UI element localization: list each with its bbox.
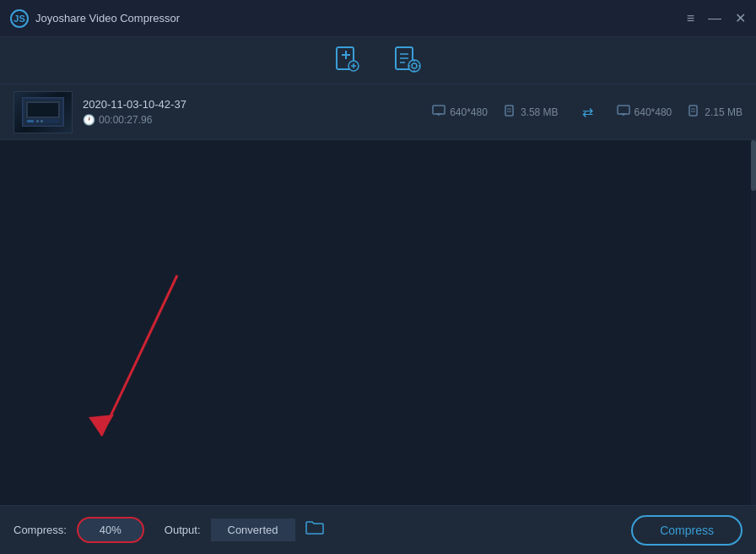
- svg-marker-37: [89, 415, 114, 436]
- compress-value[interactable]: 40%: [77, 517, 144, 543]
- file-list-icon: [394, 46, 421, 76]
- file-name: 2020-11-03-10-42-37: [83, 98, 432, 111]
- source-resolution: 640*480: [450, 106, 488, 118]
- svg-rect-21: [36, 120, 39, 122]
- svg-rect-33: [689, 106, 697, 116]
- svg-rect-27: [505, 106, 513, 116]
- output-size: 2.15 MB: [705, 106, 742, 118]
- scrollbar-thumb[interactable]: [751, 140, 756, 191]
- annotation-arrow: [51, 267, 219, 470]
- compress-button[interactable]: Compress: [631, 515, 742, 546]
- compress-label: Compress:: [14, 524, 67, 536]
- output-resolution-item: 640*480: [617, 105, 672, 119]
- add-file-button[interactable]: [335, 46, 360, 76]
- window-controls: ≡ — ✕: [687, 12, 746, 25]
- title-bar: JS Joyoshare Video Compressor ≡ — ✕: [0, 0, 756, 37]
- svg-line-36: [101, 275, 177, 436]
- svg-rect-20: [27, 120, 34, 122]
- close-button[interactable]: ✕: [735, 12, 746, 25]
- clock-icon: 🕐: [83, 114, 95, 126]
- add-file-icon: [335, 46, 360, 76]
- main-content: [0, 140, 756, 512]
- file-meta: 640*480 3.58 MB ⇄ 640*480: [432, 104, 742, 120]
- toolbar: [0, 37, 756, 84]
- file-list-button[interactable]: [394, 46, 421, 76]
- file-size-icon: [505, 105, 516, 119]
- open-folder-button[interactable]: [305, 520, 324, 540]
- file-duration: 🕐 00:00:27.96: [83, 114, 432, 126]
- scrollbar-track[interactable]: [751, 140, 756, 512]
- output-size-item: 2.15 MB: [688, 105, 742, 119]
- app-title: Joyoshare Video Compressor: [35, 12, 687, 24]
- output-monitor-icon: [617, 105, 630, 119]
- source-size-item: 3.58 MB: [505, 105, 559, 119]
- svg-rect-30: [618, 106, 629, 114]
- svg-rect-24: [433, 106, 445, 114]
- menu-button[interactable]: ≡: [687, 12, 694, 25]
- output-resolution: 640*480: [634, 106, 672, 118]
- svg-rect-22: [40, 120, 43, 122]
- monitor-icon: [432, 105, 446, 119]
- bottom-bar: Compress: 40% Output: Converted Compress: [0, 505, 756, 554]
- file-thumbnail: [14, 91, 73, 133]
- output-value[interactable]: Converted: [211, 519, 295, 541]
- output-label: Output:: [165, 524, 201, 536]
- svg-rect-18: [28, 103, 58, 117]
- transfer-icon: ⇄: [582, 104, 593, 120]
- app-logo: JS: [10, 9, 29, 28]
- minimize-button[interactable]: —: [708, 12, 721, 25]
- source-size: 3.58 MB: [521, 106, 559, 118]
- svg-rect-23: [50, 120, 59, 122]
- file-row: 2020-11-03-10-42-37 🕐 00:00:27.96 640*48…: [0, 84, 756, 140]
- output-file-icon: [688, 105, 700, 119]
- source-resolution-item: 640*480: [432, 105, 488, 119]
- svg-point-10: [408, 60, 420, 72]
- file-info: 2020-11-03-10-42-37 🕐 00:00:27.96: [83, 98, 432, 126]
